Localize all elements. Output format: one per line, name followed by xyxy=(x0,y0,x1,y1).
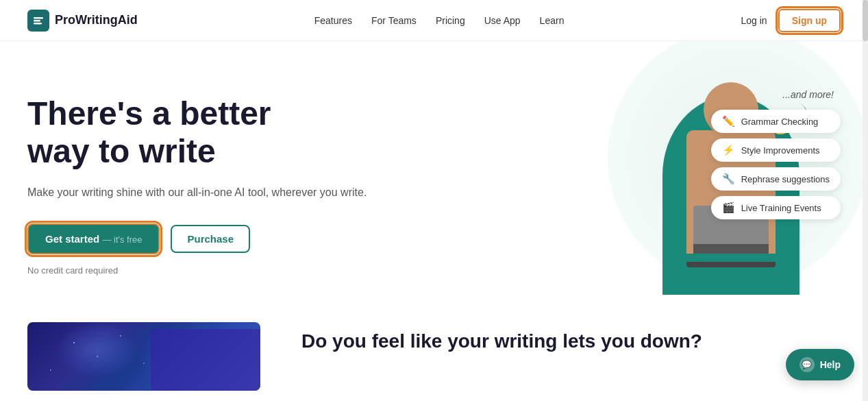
grammar-icon: ✏️ xyxy=(722,115,736,127)
nav-links: Features For Teams Pricing Use App Learn xyxy=(314,14,565,27)
feature-label-2: Rephrase suggestions xyxy=(741,174,830,184)
starry-night-preview xyxy=(27,322,260,391)
no-credit-card-text: No credit card required xyxy=(27,265,384,276)
feature-label-0: Grammar Checking xyxy=(741,117,819,127)
hero-title: There's a better way to write xyxy=(27,95,384,170)
nav-learn[interactable]: Learn xyxy=(540,15,565,26)
hero-left: There's a better way to write Make your … xyxy=(27,95,384,276)
scrollbar-thumb[interactable] xyxy=(863,0,868,41)
nav-actions: Log in Sign up xyxy=(741,9,841,32)
hero-right: ★ ...and more! ✏️ Grammar Checking ⚡ Sty… xyxy=(384,69,841,302)
bottom-section: Do you feel like your writing lets you d… xyxy=(0,322,868,401)
svg-rect-0 xyxy=(34,17,43,19)
style-icon: ⚡ xyxy=(722,144,736,156)
scrollbar[interactable] xyxy=(863,0,868,401)
nav-use-app[interactable]: Use App xyxy=(484,15,521,26)
svg-rect-2 xyxy=(34,23,42,25)
help-icon: 💬 xyxy=(799,357,815,372)
nav-features[interactable]: Features xyxy=(314,15,352,26)
logo-link[interactable]: ProWritingAid xyxy=(27,10,138,32)
bottom-title: Do you feel like your writing lets you d… xyxy=(301,329,841,354)
training-icon: 🎬 xyxy=(722,202,736,214)
brand-name: ProWritingAid xyxy=(55,13,138,27)
help-button[interactable]: 💬 Help xyxy=(786,349,854,380)
feature-label-3: Live Training Events xyxy=(741,203,821,213)
login-link[interactable]: Log in xyxy=(741,15,767,26)
laptop-base xyxy=(686,262,776,267)
logo-icon xyxy=(27,10,49,32)
feature-pill-3: 🎬 Live Training Events xyxy=(711,196,841,219)
feature-label-1: Style Improvements xyxy=(741,145,820,156)
hero-buttons: Get started — it's free Purchase xyxy=(27,223,384,254)
rephrase-icon: 🔧 xyxy=(722,173,736,185)
svg-rect-1 xyxy=(34,20,40,22)
help-label: Help xyxy=(820,359,841,370)
bottom-right: Do you feel like your writing lets you d… xyxy=(301,322,841,354)
feature-pill-2: 🔧 Rephrase suggestions xyxy=(711,167,841,191)
navbar: ProWritingAid Features For Teams Pricing… xyxy=(0,0,868,41)
hero-subtitle: Make your writing shine with our all-in-… xyxy=(27,184,384,202)
feature-pill-0: ✏️ Grammar Checking xyxy=(711,110,841,133)
signup-button[interactable]: Sign up xyxy=(778,9,841,32)
nav-pricing[interactable]: Pricing xyxy=(436,15,465,26)
and-more-text: ...and more! xyxy=(782,89,834,100)
starry-overlap-card xyxy=(151,329,260,391)
features-list: ✏️ Grammar Checking ⚡ Style Improvements… xyxy=(711,110,841,219)
nav-teams[interactable]: For Teams xyxy=(371,15,417,26)
free-label: — it's free xyxy=(102,234,142,245)
purchase-button[interactable]: Purchase xyxy=(171,225,250,253)
hero-section: There's a better way to write Make your … xyxy=(0,41,868,322)
get-started-button[interactable]: Get started — it's free xyxy=(27,223,160,254)
feature-pill-1: ⚡ Style Improvements xyxy=(711,138,841,162)
